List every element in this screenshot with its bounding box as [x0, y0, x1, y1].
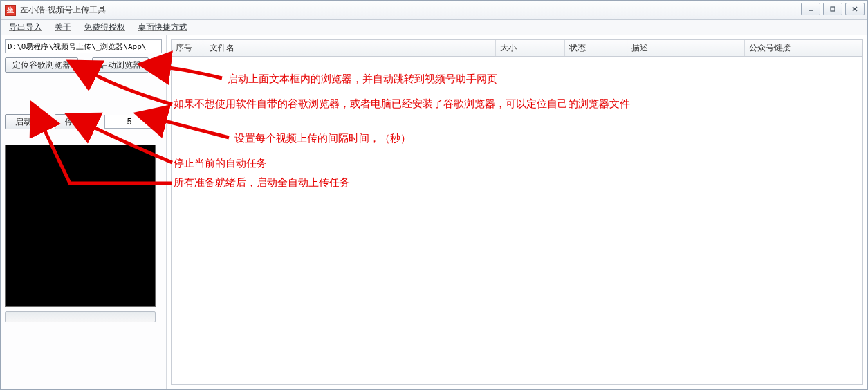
close-button[interactable] — [845, 3, 865, 15]
menu-free-auth[interactable]: 免费得授权 — [78, 20, 131, 35]
content-area: 定位谷歌浏览器 启动浏览器 启动 停止 序号 — [1, 35, 867, 389]
window-controls — [801, 3, 865, 15]
col-desc[interactable]: 描述 — [627, 40, 745, 57]
menubar: 导出导入 关于 免费得授权 桌面快捷方式 — [1, 20, 867, 35]
maximize-button[interactable] — [823, 3, 842, 15]
progress-bar — [5, 311, 156, 322]
col-filename[interactable]: 文件名 — [205, 40, 496, 57]
launch-browser-button[interactable]: 启动浏览器 — [92, 57, 149, 73]
left-panel: 定位谷歌浏览器 启动浏览器 启动 停止 — [1, 35, 167, 389]
svg-rect-1 — [831, 7, 835, 11]
browser-path-input[interactable] — [5, 39, 162, 53]
menu-export-import[interactable]: 导出导入 — [3, 20, 48, 35]
minimize-button[interactable] — [801, 3, 820, 15]
video-preview — [5, 145, 156, 307]
window-title: 左小皓-视频号上传工具 — [20, 4, 106, 16]
col-link[interactable]: 公众号链接 — [745, 40, 862, 57]
start-button[interactable]: 启动 — [5, 114, 42, 129]
menu-about[interactable]: 关于 — [49, 20, 77, 35]
col-size[interactable]: 大小 — [496, 40, 565, 57]
locate-browser-button[interactable]: 定位谷歌浏览器 — [5, 57, 78, 73]
interval-input[interactable] — [104, 115, 154, 129]
menu-desktop-shortcut[interactable]: 桌面快捷方式 — [132, 20, 193, 35]
app-icon: 坐 — [5, 5, 16, 16]
close-icon — [851, 6, 858, 12]
file-table: 序号 文件名 大小 状态 描述 公众号链接 — [171, 39, 863, 385]
maximize-icon — [829, 6, 836, 12]
col-status[interactable]: 状态 — [565, 40, 627, 57]
right-panel: 序号 文件名 大小 状态 描述 公众号链接 — [167, 35, 867, 389]
titlebar: 坐 左小皓-视频号上传工具 — [1, 1, 867, 20]
table-header-row: 序号 文件名 大小 状态 描述 公众号链接 — [172, 40, 862, 57]
minimize-icon — [807, 6, 814, 12]
stop-button[interactable]: 停止 — [55, 114, 92, 129]
col-index[interactable]: 序号 — [172, 40, 205, 57]
app-window: 坐 左小皓-视频号上传工具 导出导入 关于 免费得授权 桌面快捷方式 定位谷歌浏… — [0, 0, 868, 390]
